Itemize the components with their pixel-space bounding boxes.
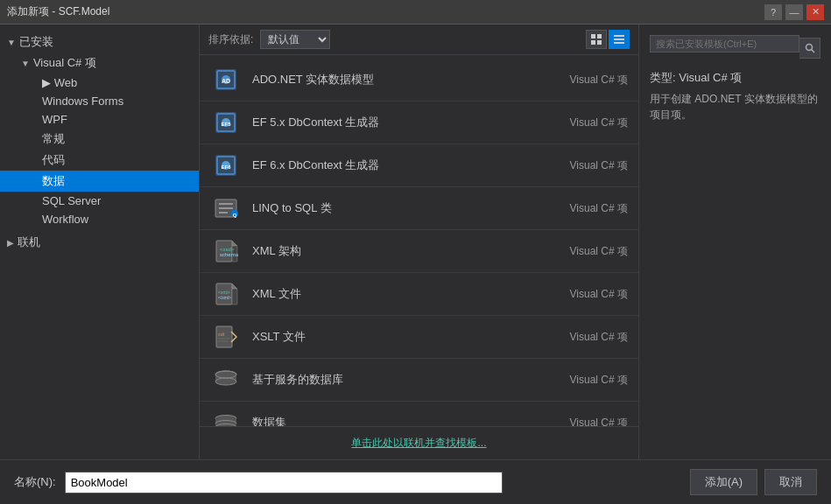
template-name-xmlfile: XML 文件	[252, 286, 558, 302]
sidebar: ▼ 已安装 ▼ Visual C# 项 ▶ Web Windows Forms …	[0, 24, 200, 459]
sidebar-visualcsharp-label: Visual C# 项	[33, 55, 96, 71]
xmlfile-icon: <xml> </xml>	[210, 278, 242, 310]
view-buttons	[586, 30, 630, 49]
svg-rect-3	[597, 40, 602, 45]
sidebar-item-code[interactable]: 代码	[0, 150, 199, 171]
svg-text:EF5: EF5	[221, 122, 231, 127]
sort-select[interactable]: 默认值 名称 类型	[260, 30, 330, 49]
template-name-xslt: XSLT 文件	[252, 329, 558, 345]
sidebar-installed-header[interactable]: ▼ 已安装	[0, 32, 199, 52]
name-label: 名称(N):	[14, 474, 56, 490]
svg-rect-6	[614, 42, 624, 44]
svg-text:xslt: xslt	[218, 332, 225, 337]
svg-rect-32	[232, 289, 237, 304]
online-link-anchor[interactable]: 单击此处以联机并查找模板...	[351, 437, 486, 449]
template-item-xslt[interactable]: xslt XSLT 文件 Visual C# 项	[200, 316, 638, 359]
template-category-linq: Visual C# 项	[558, 201, 628, 216]
svg-text:</xml>: </xml>	[218, 295, 231, 300]
sidebar-item-wpf[interactable]: WPF	[0, 110, 199, 129]
template-name-dataset: 数据集	[252, 415, 558, 426]
ado-icon: AD	[210, 64, 242, 95]
linq-icon: Q	[210, 192, 242, 224]
svg-text:Q: Q	[233, 213, 237, 218]
svg-line-49	[811, 50, 814, 53]
xmlschema-icon: <xsd> schema	[210, 235, 242, 267]
svg-rect-35	[216, 326, 232, 347]
template-category-ef5: Visual C# 项	[558, 116, 628, 130]
template-category-ef6: Visual C# 项	[558, 158, 628, 173]
xslt-icon: xslt	[210, 321, 242, 353]
sidebar-visualcsharp-header[interactable]: ▼ Visual C# 项	[0, 52, 199, 74]
online-arrow-icon: ▶	[7, 238, 14, 248]
template-name-ef6: EF 6.x DbContext 生成器	[252, 158, 558, 173]
titlebar: 添加新项 - SCF.Model ? — ✕	[0, 0, 831, 24]
bottom-buttons: 添加(A) 取消	[690, 469, 817, 495]
sidebar-item-windowsforms[interactable]: Windows Forms	[0, 92, 199, 110]
sort-label: 排序依据:	[208, 32, 253, 47]
svg-text:schema: schema	[220, 252, 239, 257]
installed-arrow-icon: ▼	[7, 38, 16, 47]
search-area	[650, 35, 820, 61]
sidebar-item-workflow[interactable]: Workflow	[0, 210, 199, 228]
template-item-servicedb[interactable]: 基于服务的数据库 Visual C# 项	[200, 359, 638, 402]
help-button[interactable]: ?	[764, 4, 782, 20]
toolbar: 排序依据: 默认值 名称 类型	[200, 24, 638, 55]
template-item-ef6[interactable]: EF6 EF 6.x DbContext 生成器 Visual C# 项	[200, 144, 638, 187]
online-link: 单击此处以联机并查找模板...	[200, 426, 638, 459]
template-list: AD ADO.NET 实体数据模型 Visual C# 项 EF5	[200, 55, 638, 426]
dialog: ▼ 已安装 ▼ Visual C# 项 ▶ Web Windows Forms …	[0, 24, 831, 504]
template-category-ado: Visual C# 项	[558, 73, 628, 88]
template-name-ef5: EF 5.x DbContext 生成器	[252, 115, 558, 130]
svg-marker-31	[232, 284, 237, 289]
sidebar-item-web[interactable]: ▶ Web	[0, 74, 199, 92]
list-view-button[interactable]	[609, 30, 630, 49]
sidebar-item-general[interactable]: 常规	[0, 129, 199, 150]
sidebar-item-data[interactable]: 数据	[0, 171, 199, 192]
minimize-button[interactable]: —	[785, 4, 803, 20]
grid-view-button[interactable]	[586, 30, 607, 49]
name-input[interactable]	[65, 472, 503, 494]
svg-point-41	[215, 378, 236, 385]
svg-rect-0	[591, 34, 595, 38]
template-category-servicedb: Visual C# 项	[558, 373, 628, 388]
cancel-button[interactable]: 取消	[764, 469, 817, 495]
svg-rect-2	[591, 40, 595, 45]
template-category-xmlschema: Visual C# 项	[558, 244, 628, 259]
right-panel-type: 类型: Visual C# 项	[650, 70, 820, 86]
web-arrow-icon: ▶	[42, 76, 54, 89]
add-button[interactable]: 添加(A)	[690, 469, 757, 495]
template-name-servicedb: 基于服务的数据库	[252, 372, 558, 388]
svg-rect-4	[614, 35, 624, 37]
sidebar-item-sqlserver[interactable]: SQL Server	[0, 192, 199, 210]
template-name-linq: LINQ to SQL 类	[252, 200, 558, 216]
servicedb-icon	[210, 364, 242, 396]
sidebar-online-label: 联机	[18, 234, 40, 250]
template-item-ado[interactable]: AD ADO.NET 实体数据模型 Visual C# 项	[200, 59, 638, 102]
titlebar-controls: ? — ✕	[764, 4, 824, 20]
template-item-xmlschema[interactable]: <xsd> schema XML 架构 Visual C# 项	[200, 230, 638, 273]
titlebar-title: 添加新项 - SCF.Model	[7, 4, 109, 19]
template-item-dataset[interactable]: 数据集 Visual C# 项	[200, 402, 638, 426]
template-name-xmlschema: XML 架构	[252, 243, 558, 259]
template-category-xmlfile: Visual C# 项	[558, 287, 628, 302]
visualcsharp-arrow-icon: ▼	[21, 59, 30, 68]
template-item-linq[interactable]: Q LINQ to SQL 类 Visual C# 项	[200, 187, 638, 230]
template-category-dataset: Visual C# 项	[558, 416, 628, 427]
right-panel: 类型: Visual C# 项 用于创建 ADO.NET 实体数据模型的项目项。	[638, 24, 831, 459]
sidebar-installed-label: 已安装	[19, 34, 53, 50]
sidebar-online-header[interactable]: ▶ 联机	[0, 232, 199, 253]
template-item-ef5[interactable]: EF5 EF 5.x DbContext 生成器 Visual C# 项	[200, 102, 638, 144]
close-button[interactable]: ✕	[806, 4, 824, 20]
bottom-section: 名称(N): 添加(A) 取消	[0, 459, 831, 504]
template-category-xslt: Visual C# 项	[558, 330, 628, 345]
svg-text:AD: AD	[222, 78, 230, 84]
top-section: ▼ 已安装 ▼ Visual C# 项 ▶ Web Windows Forms …	[0, 24, 831, 459]
svg-rect-5	[614, 38, 624, 40]
search-input[interactable]	[650, 35, 799, 52]
svg-text:EF6: EF6	[221, 164, 231, 170]
search-button[interactable]	[799, 38, 820, 59]
right-panel-description: 用于创建 ADO.NET 实体数据模型的项目项。	[650, 91, 820, 122]
svg-marker-26	[232, 241, 237, 246]
template-item-xmlfile[interactable]: <xml> </xml> XML 文件 Visual C# 项	[200, 273, 638, 316]
content-area: 排序依据: 默认值 名称 类型	[200, 24, 638, 459]
